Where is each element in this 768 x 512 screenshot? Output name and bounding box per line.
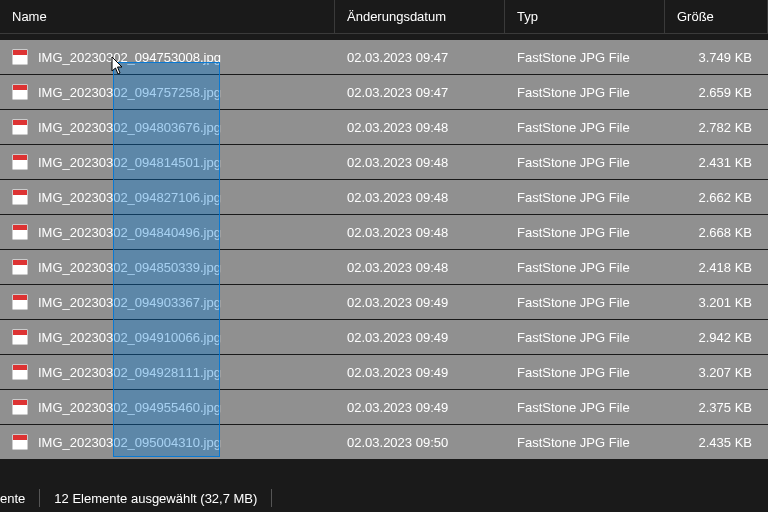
jpg-file-icon: [12, 294, 28, 310]
jpg-file-icon: [12, 434, 28, 450]
file-row[interactable]: IMG_20230302_094910066.jpg02.03.2023 09:…: [0, 320, 768, 354]
cell-name: IMG_20230302_094910066.jpg: [0, 320, 335, 354]
cell-date: 02.03.2023 09:49: [335, 355, 505, 389]
cell-name: IMG_20230302_094803676.jpg: [0, 110, 335, 144]
file-name: IMG_20230302_094827106.jpg: [38, 190, 221, 205]
cell-type: FastStone JPG File: [505, 110, 665, 144]
jpg-file-icon: [12, 49, 28, 65]
file-name: IMG_20230302_094840496.jpg: [38, 225, 221, 240]
jpg-file-icon: [12, 119, 28, 135]
cell-date: 02.03.2023 09:49: [335, 390, 505, 424]
cell-type: FastStone JPG File: [505, 390, 665, 424]
file-row[interactable]: IMG_20230302_094840496.jpg02.03.2023 09:…: [0, 215, 768, 249]
column-header-size[interactable]: Größe: [665, 0, 768, 33]
cell-size: 2.942 KB: [665, 320, 768, 354]
file-name: IMG_20230302_095004310.jpg: [38, 435, 221, 450]
file-name: IMG_20230302_094753008.jpg: [38, 50, 221, 65]
file-name: IMG_20230302_094803676.jpg: [38, 120, 221, 135]
cell-name: IMG_20230302_094840496.jpg: [0, 215, 335, 249]
cell-name: IMG_20230302_094757258.jpg: [0, 75, 335, 109]
cell-name: IMG_20230302_094814501.jpg: [0, 145, 335, 179]
file-row[interactable]: IMG_20230302_094803676.jpg02.03.2023 09:…: [0, 110, 768, 144]
cell-type: FastStone JPG File: [505, 145, 665, 179]
cell-size: 2.431 KB: [665, 145, 768, 179]
cell-type: FastStone JPG File: [505, 285, 665, 319]
file-row[interactable]: IMG_20230302_094903367.jpg02.03.2023 09:…: [0, 285, 768, 319]
cell-date: 02.03.2023 09:47: [335, 40, 505, 74]
cell-size: 2.668 KB: [665, 215, 768, 249]
jpg-file-icon: [12, 84, 28, 100]
jpg-file-icon: [12, 224, 28, 240]
jpg-file-icon: [12, 154, 28, 170]
file-row[interactable]: IMG_20230302_094955460.jpg02.03.2023 09:…: [0, 390, 768, 424]
cell-size: 3.207 KB: [665, 355, 768, 389]
cell-type: FastStone JPG File: [505, 215, 665, 249]
cell-size: 3.201 KB: [665, 285, 768, 319]
file-row[interactable]: IMG_20230302_094753008.jpg02.03.2023 09:…: [0, 40, 768, 74]
cell-size: 2.662 KB: [665, 180, 768, 214]
cell-name: IMG_20230302_094928111.jpg: [0, 355, 335, 389]
file-name: IMG_20230302_094757258.jpg: [38, 85, 221, 100]
cell-type: FastStone JPG File: [505, 40, 665, 74]
column-header-type[interactable]: Typ: [505, 0, 665, 33]
file-row[interactable]: IMG_20230302_094814501.jpg02.03.2023 09:…: [0, 145, 768, 179]
jpg-file-icon: [12, 364, 28, 380]
cell-type: FastStone JPG File: [505, 250, 665, 284]
cell-name: IMG_20230302_094827106.jpg: [0, 180, 335, 214]
column-header-row: Name Änderungsdatum Typ Größe: [0, 0, 768, 34]
status-segment-empty: [272, 489, 300, 507]
cell-type: FastStone JPG File: [505, 320, 665, 354]
cell-date: 02.03.2023 09:48: [335, 110, 505, 144]
cell-size: 3.749 KB: [665, 40, 768, 74]
file-list[interactable]: IMG_20230302_094753008.jpg02.03.2023 09:…: [0, 34, 768, 459]
file-name: IMG_20230302_094928111.jpg: [38, 365, 221, 380]
file-row[interactable]: IMG_20230302_095004310.jpg02.03.2023 09:…: [0, 425, 768, 459]
cell-date: 02.03.2023 09:48: [335, 180, 505, 214]
cell-date: 02.03.2023 09:47: [335, 75, 505, 109]
cell-size: 2.782 KB: [665, 110, 768, 144]
cell-date: 02.03.2023 09:49: [335, 285, 505, 319]
status-segment-selection: 12 Elemente ausgewählt (32,7 MB): [40, 489, 272, 507]
cell-date: 02.03.2023 09:50: [335, 425, 505, 459]
column-header-name[interactable]: Name: [0, 0, 335, 33]
cell-type: FastStone JPG File: [505, 425, 665, 459]
cell-size: 2.435 KB: [665, 425, 768, 459]
cell-type: FastStone JPG File: [505, 355, 665, 389]
cell-type: FastStone JPG File: [505, 180, 665, 214]
cell-date: 02.03.2023 09:49: [335, 320, 505, 354]
cell-date: 02.03.2023 09:48: [335, 250, 505, 284]
jpg-file-icon: [12, 259, 28, 275]
jpg-file-icon: [12, 399, 28, 415]
cell-size: 2.659 KB: [665, 75, 768, 109]
file-row[interactable]: IMG_20230302_094827106.jpg02.03.2023 09:…: [0, 180, 768, 214]
cell-date: 02.03.2023 09:48: [335, 145, 505, 179]
file-name: IMG_20230302_094903367.jpg: [38, 295, 221, 310]
file-name: IMG_20230302_094850339.jpg: [38, 260, 221, 275]
file-row[interactable]: IMG_20230302_094928111.jpg02.03.2023 09:…: [0, 355, 768, 389]
cell-size: 2.418 KB: [665, 250, 768, 284]
cell-date: 02.03.2023 09:48: [335, 215, 505, 249]
cell-name: IMG_20230302_094753008.jpg: [0, 40, 335, 74]
file-name: IMG_20230302_094814501.jpg: [38, 155, 221, 170]
cell-name: IMG_20230302_095004310.jpg: [0, 425, 335, 459]
jpg-file-icon: [12, 329, 28, 345]
cell-size: 2.375 KB: [665, 390, 768, 424]
status-bar: ente 12 Elemente ausgewählt (32,7 MB): [0, 484, 768, 512]
file-row[interactable]: IMG_20230302_094850339.jpg02.03.2023 09:…: [0, 250, 768, 284]
file-row[interactable]: IMG_20230302_094757258.jpg02.03.2023 09:…: [0, 75, 768, 109]
cell-name: IMG_20230302_094955460.jpg: [0, 390, 335, 424]
cell-name: IMG_20230302_094903367.jpg: [0, 285, 335, 319]
cell-name: IMG_20230302_094850339.jpg: [0, 250, 335, 284]
file-name: IMG_20230302_094910066.jpg: [38, 330, 221, 345]
status-segment-left: ente: [0, 489, 40, 507]
cell-type: FastStone JPG File: [505, 75, 665, 109]
column-header-date[interactable]: Änderungsdatum: [335, 0, 505, 33]
jpg-file-icon: [12, 189, 28, 205]
file-name: IMG_20230302_094955460.jpg: [38, 400, 221, 415]
